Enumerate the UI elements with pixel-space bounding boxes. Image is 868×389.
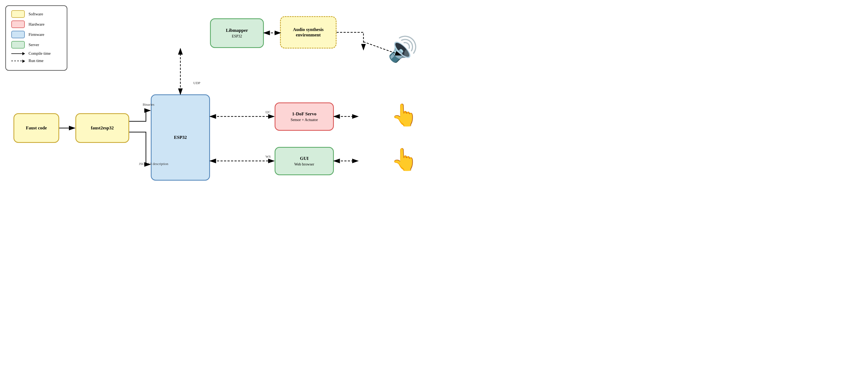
gui-sub: Web browser [294,162,314,167]
legend-label-hardware: Hardware [29,22,44,27]
diagram: Software Hardware Firmware Server Compil… [0,0,434,194]
legend-server: Server [11,41,61,49]
label-i2c: I2C [266,110,271,114]
label-udp: UDP [193,81,200,85]
gui-box: GUI Web browser [275,147,334,175]
servo-box: 1-DoF Servo Sensor + Actuator [275,103,334,131]
libmapper-sub: ESP32 [232,34,242,38]
legend-runtime: Run time [11,58,61,63]
legend-label-compile: Compile time [29,51,51,56]
legend-label-server: Server [29,43,39,47]
legend-box-software [11,10,25,18]
faust-code-title: Faust code [26,126,47,131]
legend-firmware: Firmware [11,31,61,38]
faust2esp32-box: faust2esp32 [75,113,129,143]
audio-synth-box: Audio synthesisenvironment [280,16,337,49]
faust2esp32-title: faust2esp32 [91,126,114,131]
legend-hardware: Hardware [11,21,61,28]
hand-icon-1: 👆 [391,103,418,128]
libmapper-box: Libmapper ESP32 [210,18,264,48]
servo-sub: Sensor + Actuator [290,118,318,122]
arrow-binaries-top [129,111,150,121]
legend-software: Software [11,10,61,18]
faust-code-box: Faust code [13,113,59,143]
legend-compile: Compile time [11,51,61,56]
legend-box-firmware [11,31,25,38]
esp32-title: ESP32 [174,135,187,140]
legend-label-software: Software [29,12,43,17]
servo-title: 1-DoF Servo [292,111,317,117]
legend-label-firmware: Firmware [29,32,44,37]
hand-icon-2: 👆 [391,147,418,172]
label-json-ui: JSON UI description [139,162,168,166]
dashed-arrow-icon [11,61,25,61]
legend-box-server [11,41,25,49]
gui-title: GUI [300,156,309,161]
legend: Software Hardware Firmware Server Compil… [5,5,67,71]
legend-label-runtime: Run time [29,58,43,63]
solid-arrow-icon [11,53,25,54]
speaker-icon: 🔊 [388,35,418,63]
legend-box-hardware [11,21,25,28]
arrow-audio-speaker [337,32,364,50]
arrow-json-ui-bottom [129,132,150,164]
audio-synth-title: Audio synthesisenvironment [293,27,323,38]
label-binaries: Binaries [143,103,154,107]
label-ws: WS [266,155,271,159]
esp32-box: ESP32 [151,94,210,180]
libmapper-title: Libmapper [226,28,248,33]
